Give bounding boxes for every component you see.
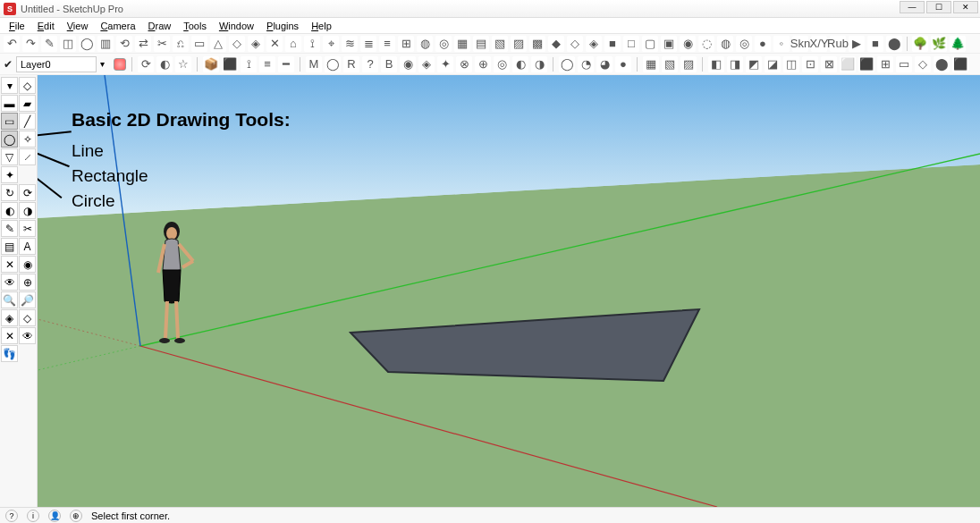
toolbar-icon-17[interactable]: ⌖: [323, 36, 339, 52]
toolbar-icon-11[interactable]: △: [210, 36, 226, 52]
toolbar-icon-21[interactable]: ⊞: [398, 36, 414, 52]
menu-plugins[interactable]: Plugins: [261, 20, 304, 32]
toolbar-icon-0[interactable]: ↶: [4, 36, 20, 52]
toolbar-icon-47[interactable]: ⬤: [886, 36, 902, 52]
toolbar-icon-31[interactable]: ◈: [586, 36, 602, 52]
toolbar-icon-3[interactable]: ◫: [60, 36, 76, 52]
toolbar-icon-6[interactable]: ⟲: [116, 36, 132, 52]
toolbar-icon-32[interactable]: ■: [604, 36, 621, 52]
side-tool-5-0[interactable]: ✦: [1, 166, 18, 183]
plugin-icon-0[interactable]: M: [306, 56, 322, 72]
side-tool-9-1[interactable]: A: [19, 238, 36, 255]
end-icon-7[interactable]: ⬜: [840, 56, 856, 72]
toolbar-icon-19[interactable]: ≣: [360, 36, 376, 52]
nature-icon-0[interactable]: 🌳: [912, 36, 928, 52]
end-icon-4[interactable]: ◫: [783, 56, 799, 72]
side-tool-10-0[interactable]: ✕: [1, 256, 18, 273]
toolbar-icon-4[interactable]: ◯: [79, 36, 95, 52]
side-tool-7-0[interactable]: ◐: [1, 202, 18, 219]
side-tool-4-1[interactable]: ⟋: [19, 148, 36, 165]
side-tool-8-0[interactable]: ✎: [1, 220, 18, 237]
cube-icon-2[interactable]: ▨: [680, 56, 697, 72]
toolbar-icon-10[interactable]: ▭: [191, 36, 207, 52]
menu-edit[interactable]: Edit: [32, 20, 60, 32]
menu-help[interactable]: Help: [306, 20, 337, 32]
toolbar-icon-24[interactable]: ▦: [454, 36, 470, 52]
menu-draw[interactable]: Draw: [143, 20, 177, 32]
plugin-icon-9[interactable]: ⊕: [475, 56, 491, 72]
end-icon-9[interactable]: ⊞: [877, 56, 893, 72]
side-tool-4-0[interactable]: ▽: [1, 148, 18, 165]
side-tool-3-1[interactable]: ✧: [19, 131, 36, 148]
shade-icon-0[interactable]: ◯: [559, 56, 575, 72]
toolbar-icon-33[interactable]: □: [623, 36, 639, 52]
side-tool-1-0[interactable]: ▬: [1, 95, 18, 112]
end-icon-6[interactable]: ⊠: [821, 56, 837, 72]
toolbar-icon-41[interactable]: ◦: [773, 36, 790, 52]
status-geo-icon[interactable]: ⊕: [70, 510, 82, 522]
maximize-button[interactable]: ☐: [926, 1, 951, 13]
toolbar-icon-9[interactable]: ⎌: [173, 36, 189, 52]
toolbar-icon-16[interactable]: ⟟: [304, 36, 320, 52]
plugin-icon-11[interactable]: ◐: [512, 56, 528, 72]
side-tool-7-1[interactable]: ◑: [19, 202, 36, 219]
status-user-icon[interactable]: 👤: [48, 510, 61, 522]
end-icon-12[interactable]: ⬤: [934, 56, 950, 72]
menu-view[interactable]: View: [62, 20, 94, 32]
side-tool-2-0[interactable]: ▭: [1, 113, 18, 130]
toolbar-icon-23[interactable]: ◎: [435, 36, 452, 52]
shade-icon-1[interactable]: ◔: [578, 56, 594, 72]
side-tool-12-0[interactable]: 🔍: [1, 291, 18, 308]
toolbar-icon-43[interactable]: X/Y: [811, 36, 827, 52]
viewport[interactable]: Basic 2D Drawing Tools: Line Rectangle C…: [38, 75, 980, 507]
toolbar-icon-36[interactable]: ◉: [680, 36, 696, 52]
side-tool-12-1[interactable]: 🔎: [19, 291, 36, 308]
layer-color-icon[interactable]: [114, 58, 126, 71]
side-tool-11-0[interactable]: 👁: [1, 274, 18, 291]
menu-camera[interactable]: Camera: [95, 20, 140, 32]
side-tool-15-0[interactable]: 👣: [1, 345, 18, 362]
plugin-icon-1[interactable]: ◯: [325, 56, 341, 72]
plugin-icon-6[interactable]: ◈: [418, 56, 435, 72]
end-icon-3[interactable]: ◪: [765, 56, 781, 72]
plugin-icon-5[interactable]: ◉: [400, 56, 416, 72]
side-tool-9-0[interactable]: ▤: [1, 238, 18, 255]
toolbar-icon-2[interactable]: ✎: [41, 36, 57, 52]
side-tool-13-0[interactable]: ◈: [1, 309, 18, 326]
side-tool-6-0[interactable]: ↻: [1, 184, 18, 201]
toolbar-icon-35[interactable]: ▣: [661, 36, 677, 52]
nature-icon-1[interactable]: 🌿: [931, 36, 947, 52]
toolbar-icon-20[interactable]: ≡: [379, 36, 395, 52]
menu-window[interactable]: Window: [214, 20, 259, 32]
toolbar-icon-30[interactable]: ◇: [567, 36, 583, 52]
side-tool-0-0[interactable]: ▾: [1, 77, 18, 94]
end-icon-2[interactable]: ◩: [746, 56, 762, 72]
end-icon-10[interactable]: ▭: [896, 56, 912, 72]
toolbar-icon-18[interactable]: ≋: [342, 36, 358, 52]
menu-tools[interactable]: Tools: [178, 20, 212, 32]
plugin-icon-4[interactable]: B: [381, 56, 397, 72]
toolbar-icon-44[interactable]: Rub: [830, 36, 846, 52]
side-tool-14-0[interactable]: ✕: [1, 327, 18, 344]
toolbar-icon-42[interactable]: Skn: [792, 36, 808, 52]
side-tool-14-1[interactable]: 👁: [19, 327, 36, 344]
toolbar-icon-34[interactable]: ▢: [642, 36, 658, 52]
view-icon-1[interactable]: ◐: [156, 56, 173, 72]
model-icon-1[interactable]: ⬛: [222, 56, 238, 72]
toolbar-icon-22[interactable]: ◍: [417, 36, 433, 52]
minimize-button[interactable]: —: [900, 1, 925, 13]
side-tool-2-1[interactable]: ╱: [19, 113, 36, 130]
end-icon-13[interactable]: ⬛: [952, 56, 968, 72]
close-button[interactable]: ✕: [953, 1, 978, 13]
toolbar-icon-27[interactable]: ▨: [511, 36, 527, 52]
end-icon-8[interactable]: ⬛: [858, 56, 874, 72]
plugin-icon-12[interactable]: ◑: [531, 56, 547, 72]
toolbar-icon-26[interactable]: ▧: [492, 36, 508, 52]
status-info-icon[interactable]: i: [27, 510, 39, 522]
cube-icon-1[interactable]: ▧: [662, 56, 678, 72]
toolbar-icon-25[interactable]: ▤: [473, 36, 489, 52]
toolbar-icon-45[interactable]: ▶: [849, 36, 865, 52]
plugin-icon-7[interactable]: ✦: [437, 56, 453, 72]
toolbar-icon-38[interactable]: ◍: [717, 36, 733, 52]
end-icon-0[interactable]: ◧: [708, 56, 724, 72]
